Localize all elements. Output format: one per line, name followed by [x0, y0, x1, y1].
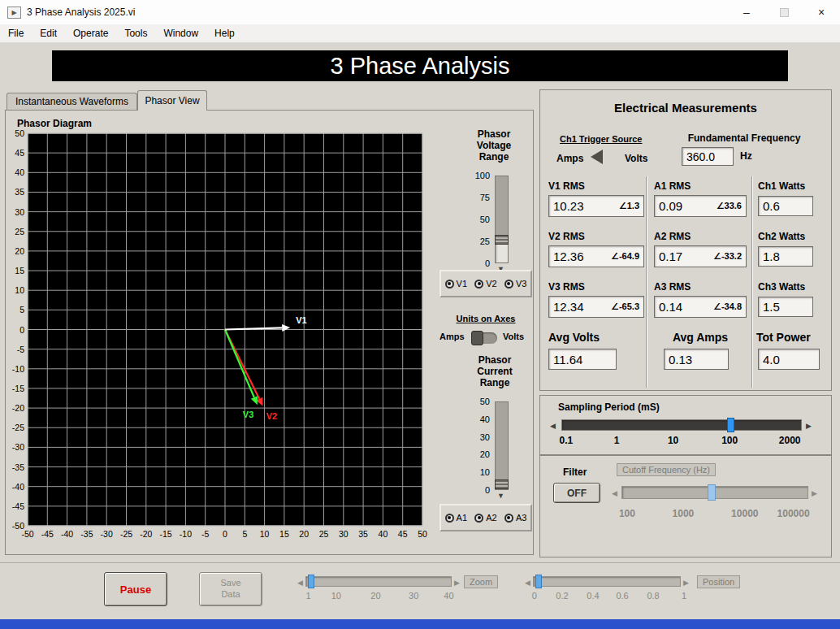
- svg-text:50: 50: [15, 128, 24, 138]
- radio-a2[interactable]: A2: [474, 513, 496, 523]
- current-channel-group: A1 A2 A3: [439, 504, 532, 531]
- trigger-switch[interactable]: [591, 150, 603, 164]
- phasor-current-range-label: Phasor Current Range: [469, 354, 521, 388]
- sampling-period-label: Sampling Period (mS): [558, 401, 660, 413]
- a1-rms-display: 0.09 ∠33.6: [654, 195, 747, 217]
- v2-rms-angle: ∠-64.9: [611, 251, 639, 262]
- slider-left-arrow-icon[interactable]: ◀: [612, 490, 617, 497]
- svg-text:-35: -35: [12, 462, 24, 472]
- radio-a1[interactable]: A1: [445, 513, 467, 523]
- a1-rms-angle: ∠33.6: [717, 201, 742, 211]
- position-slider[interactable]: [533, 576, 681, 587]
- a3-rms-angle: ∠-34.8: [713, 301, 742, 312]
- position-label: Position: [697, 575, 740, 588]
- slider-left-arrow-icon[interactable]: ◀: [550, 423, 556, 430]
- svg-text:-5: -5: [17, 345, 24, 354]
- sampling-period-slider[interactable]: [561, 419, 802, 431]
- svg-text:-45: -45: [41, 529, 54, 539]
- switch-knob-icon: [471, 331, 483, 345]
- tab-instantaneous-waveforms[interactable]: Instantaneous Waveforms: [6, 93, 137, 110]
- svg-text:-10: -10: [12, 364, 24, 374]
- cutoff-frequency-handle[interactable]: [708, 484, 716, 501]
- radio-icon: [474, 280, 483, 288]
- tick-label: 10: [480, 467, 490, 477]
- current-range-fill: [496, 402, 508, 482]
- tick-label: 1: [614, 435, 620, 446]
- app-window: ▶ 3 Phase Analysis 2025.vi – × File Edit…: [0, 0, 840, 629]
- cutoff-frequency-label: Cutoff Frequency (Hz): [617, 463, 716, 476]
- tick-label: 2000: [779, 435, 801, 446]
- menu-help[interactable]: Help: [206, 28, 243, 39]
- minimize-button[interactable]: –: [728, 0, 765, 24]
- cutoff-frequency-slider[interactable]: [621, 486, 808, 499]
- ch2-watts-display: 1.8: [758, 246, 813, 267]
- slider-left-arrow-icon[interactable]: ◀: [525, 579, 530, 587]
- svg-text:10: 10: [15, 285, 24, 295]
- fundamental-frequency-input[interactable]: 360.0: [682, 147, 734, 166]
- svg-text:-15: -15: [12, 384, 24, 393]
- ch2-watts-label: Ch2 Watts: [758, 231, 805, 242]
- radio-v1[interactable]: V1: [445, 279, 467, 288]
- tick-label: 1: [682, 591, 686, 601]
- slider-right-arrow-icon[interactable]: ▶: [683, 579, 689, 587]
- v2-rms-value: 12.36: [553, 249, 584, 263]
- position-handle[interactable]: [535, 575, 542, 588]
- menu-window[interactable]: Window: [155, 28, 206, 39]
- menu-tools[interactable]: Tools: [116, 28, 155, 39]
- pause-button[interactable]: Pause: [104, 572, 167, 606]
- svg-text:40: 40: [15, 167, 24, 177]
- ch3-watts-display: 1.5: [758, 297, 813, 317]
- sampling-period-handle[interactable]: [727, 418, 734, 432]
- tab-phasor-view[interactable]: Phasor View: [137, 90, 207, 111]
- phasor-chart: -50-45-40-35-30-25-20-15-10-505101520253…: [6, 127, 428, 543]
- units-toggle-switch[interactable]: [471, 332, 497, 344]
- slider-right-arrow-icon[interactable]: ▶: [806, 423, 812, 430]
- zoom-handle[interactable]: [308, 575, 314, 588]
- phasor-voltage-range-slider[interactable]: 100 75 50 25 0 ▼: [461, 171, 522, 276]
- window-controls: – ×: [728, 0, 840, 24]
- tick-label: 100: [475, 171, 490, 180]
- v3-rms-value: 12.34: [553, 300, 584, 314]
- svg-text:V1: V1: [296, 315, 306, 325]
- slider-left-arrow-icon[interactable]: ◀: [297, 579, 303, 587]
- tick-label: 50: [480, 215, 490, 224]
- phasor-current-range-slider[interactable]: 50 40 30 20 10 0 ▼: [461, 397, 522, 510]
- avg-amps-display: 0.13: [664, 349, 729, 370]
- voltage-range-track[interactable]: [495, 176, 509, 263]
- radio-v2[interactable]: V2: [474, 279, 496, 288]
- current-range-track[interactable]: [495, 401, 509, 490]
- maximize-button[interactable]: [765, 0, 803, 24]
- zoom-slider[interactable]: [305, 576, 452, 587]
- save-data-button[interactable]: Save Data: [199, 572, 262, 606]
- ch1-trigger-source-label: Ch1 Trigger Source: [560, 134, 642, 144]
- close-button[interactable]: ×: [803, 0, 840, 24]
- radio-v3[interactable]: V3: [504, 279, 526, 288]
- svg-text:45: 45: [398, 529, 408, 539]
- slider-right-arrow-icon[interactable]: ▶: [454, 579, 460, 587]
- ch3-watts-value: 1.5: [763, 300, 780, 314]
- ch1-watts-display: 0.6: [758, 196, 813, 216]
- svg-text:-40: -40: [12, 482, 24, 492]
- a2-rms-label: A2 RMS: [654, 231, 691, 242]
- radio-icon: [504, 514, 513, 523]
- page-title: 3 Phase Analysis: [52, 50, 788, 81]
- maximize-icon: [780, 8, 789, 17]
- radio-a3[interactable]: A3: [504, 513, 526, 523]
- tick-label: 100000: [777, 508, 810, 519]
- tick-label: 50: [480, 397, 490, 406]
- v2-rms-label: V2 RMS: [548, 231, 585, 242]
- current-range-handle[interactable]: [495, 479, 509, 489]
- filter-off-button[interactable]: OFF: [553, 483, 600, 503]
- slider-right-arrow-icon[interactable]: ▶: [812, 490, 817, 497]
- menu-operate[interactable]: Operate: [65, 28, 116, 39]
- voltage-range-handle[interactable]: [495, 235, 509, 245]
- svg-text:-40: -40: [61, 529, 73, 539]
- menu-file[interactable]: File: [0, 28, 32, 39]
- menu-edit[interactable]: Edit: [32, 28, 65, 39]
- svg-text:0: 0: [223, 529, 227, 539]
- svg-text:-50: -50: [12, 521, 24, 531]
- a3-rms-label: A3 RMS: [654, 281, 691, 293]
- tot-power-value: 4.0: [763, 353, 780, 367]
- cutoff-scale: 100 1000 10000 100000: [621, 508, 808, 520]
- ch1-watts-label: Ch1 Watts: [758, 180, 805, 192]
